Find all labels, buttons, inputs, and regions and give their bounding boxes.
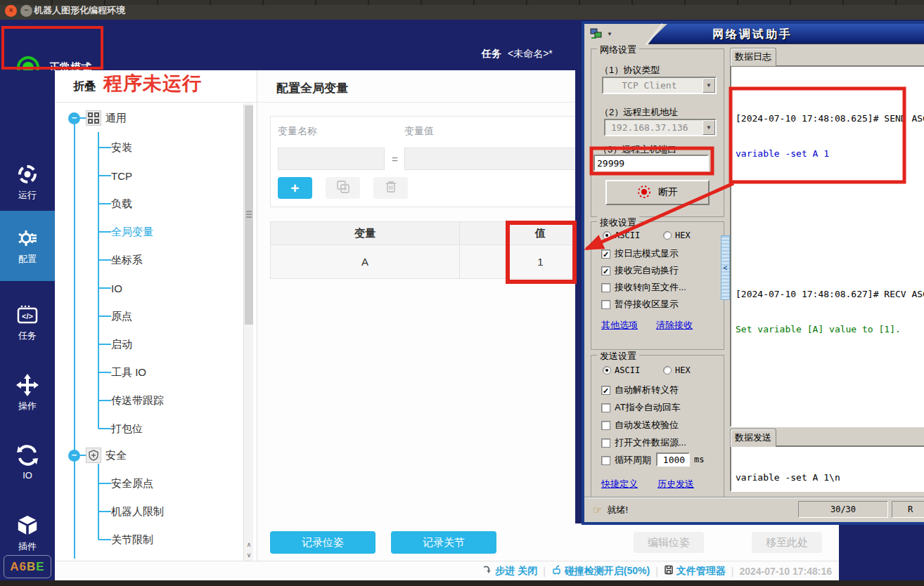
ready-status: ☞ 就绪! — [593, 504, 628, 516]
send-ascii-radio[interactable]: ASCII — [603, 365, 640, 375]
log-line — [736, 252, 924, 266]
tab-data-send[interactable]: 数据发送 — [730, 429, 776, 447]
task-info: 任务<未命名>* — [482, 48, 553, 60]
chevron-down-icon[interactable]: ▼ — [607, 31, 612, 37]
checkbox-checked-icon: ✓ — [601, 266, 610, 275]
file-manager-label: 文件管理器 — [676, 565, 726, 578]
send-option-escape[interactable]: ✓自动解析转义符 — [601, 384, 679, 396]
recv-option-auto-newline[interactable]: ✓接收完自动换行 — [601, 264, 679, 277]
variable-name-input[interactable] — [278, 148, 385, 170]
tree-collapse-toggle[interactable]: − — [68, 450, 80, 462]
sidebar-item-task[interactable]: </> 任务 — [0, 299, 55, 358]
tab-data-log[interactable]: 数据日志 — [730, 48, 776, 66]
step-mode-toggle[interactable]: 步进 关闭 — [482, 565, 537, 578]
trash-icon — [384, 180, 398, 196]
data-send-area[interactable]: variable -set A 1\n — [730, 445, 924, 492]
clear-receive-link[interactable]: 清除接收 — [656, 319, 693, 332]
tree-scrollbar-thumb[interactable] — [245, 105, 253, 325]
checkbox-icon — [601, 421, 610, 430]
tree-item-tcp[interactable]: TCP — [111, 170, 132, 182]
tree-group-general[interactable]: 通用 — [105, 112, 127, 125]
checkbox-label: AT指令自动回车 — [615, 401, 681, 414]
sidebar-item-io[interactable]: IO — [0, 439, 55, 498]
recv-option-log-mode[interactable]: ✓按日志模式显示 — [601, 247, 679, 260]
port-input[interactable] — [593, 155, 709, 171]
checkbox-icon — [601, 438, 610, 448]
app-statusbar: 步进 关闭 | 碰撞检测开启(50%) | 文件管理器 | 2024-07-1 — [55, 561, 839, 580]
separator: | — [655, 566, 658, 577]
scroll-down-icon[interactable]: ∨ — [244, 552, 254, 559]
collapse-button[interactable]: 折叠 — [73, 79, 96, 94]
tree-line — [98, 315, 111, 317]
tree-item-global-variables[interactable]: 全局变量 — [111, 226, 153, 239]
close-icon[interactable]: × — [5, 5, 17, 17]
disconnect-button[interactable]: 断开 — [605, 180, 710, 205]
tree-item-payload[interactable]: 负载 — [111, 197, 132, 211]
tree-collapse-toggle[interactable]: − — [68, 112, 80, 124]
history-send-link[interactable]: 历史发送 — [657, 478, 694, 490]
more-options-link[interactable]: 其他选项 — [601, 319, 638, 332]
move-here-button[interactable]: 移至此处 — [752, 532, 822, 553]
pointing-hand-icon: ☞ — [593, 504, 602, 516]
config-tree-panel: 折叠 − 通用 安装 TCP 负载 全局变量 坐标系 IO 原点 — [55, 70, 257, 561]
minimize-icon[interactable]: − — [20, 5, 32, 17]
copy-variable-button[interactable] — [326, 177, 360, 199]
data-log-area[interactable]: [2024-07-10 17:48:08.625]# SEND ASCII> v… — [730, 65, 924, 427]
send-option-checksum[interactable]: 自动发送校验位 — [601, 419, 679, 431]
recv-option-pause-display[interactable]: 暂停接收区显示 — [601, 298, 679, 311]
tree-scrollbar[interactable]: ∧ ∨ — [243, 103, 253, 561]
add-variable-button[interactable]: + — [278, 177, 312, 199]
host-select[interactable]: 192.168.37.136 ▼ — [604, 119, 717, 136]
send-option-cycle[interactable]: 循环周期 — [601, 454, 651, 467]
tree-item-coordinate-system[interactable]: 坐标系 — [111, 254, 143, 267]
group-title: 网络设置 — [597, 44, 639, 56]
send-option-file-source[interactable]: 打开文件数据源... — [601, 436, 686, 449]
recv-ascii-radio[interactable]: ASCII — [603, 230, 640, 240]
general-group-icon — [86, 110, 101, 126]
collision-detect-label: 碰撞检测开启(50%) — [565, 565, 650, 578]
code-window-icon: </> — [15, 303, 39, 327]
tree-item-install[interactable]: 安装 — [111, 141, 132, 155]
scroll-up-icon[interactable]: ∧ — [244, 541, 254, 548]
chevron-down-icon[interactable]: ▼ — [702, 120, 715, 135]
tree-item-robot-limits[interactable]: 机器人限制 — [111, 505, 164, 519]
send-hex-radio[interactable]: HEX — [663, 365, 691, 375]
chevron-down-icon[interactable]: ▼ — [702, 78, 715, 93]
recv-hex-radio[interactable]: HEX — [663, 230, 691, 240]
tree-item-joint-limits[interactable]: 关节限制 — [111, 533, 153, 547]
protocol-select[interactable]: TCP Client ▼ — [602, 77, 717, 94]
tree-item-conveyor-tracking[interactable]: 传送带跟踪 — [111, 394, 164, 408]
edit-pose-button[interactable]: 编辑位姿 — [634, 532, 704, 553]
badge-char: B — [27, 560, 36, 573]
cycle-period-input[interactable] — [656, 452, 690, 467]
recv-option-to-file[interactable]: 接收转向至文件... — [601, 281, 686, 294]
tree-line — [98, 464, 99, 540]
checkbox-icon — [601, 403, 610, 412]
badge-char: E — [36, 560, 44, 573]
collision-detect-toggle[interactable]: 碰撞检测开启(50%) — [551, 565, 650, 578]
tree-item-startup[interactable]: 启动 — [111, 338, 132, 351]
tree-item-io[interactable]: IO — [111, 282, 122, 294]
sidebar-item-config[interactable]: 配置 — [0, 211, 55, 281]
run-icon — [15, 162, 39, 186]
column-header-variable: 变量 — [271, 222, 460, 245]
separator: | — [731, 566, 734, 577]
table-row[interactable]: A 1 — [271, 245, 621, 278]
send-option-at-return[interactable]: AT指令自动回车 — [601, 401, 681, 414]
record-joint-button[interactable]: 记录关节 — [391, 531, 496, 554]
variables-table: 变量 值 A 1 — [270, 221, 622, 279]
sidebar-item-run[interactable]: 运行 — [0, 158, 55, 217]
record-pose-button[interactable]: 记录位姿 — [270, 531, 376, 554]
tree-item-pack-position[interactable]: 打包位 — [111, 422, 143, 436]
tree-group-safety[interactable]: 安全 — [105, 449, 127, 462]
file-manager-button[interactable]: 文件管理器 — [664, 565, 726, 578]
panel-collapse-handle[interactable]: < — [721, 235, 730, 300]
quick-define-link[interactable]: 快捷定义 — [601, 478, 638, 490]
netassist-titlebar[interactable]: ▼ 网络调试助手 — [584, 24, 924, 44]
delete-variable-button[interactable] — [373, 177, 408, 199]
tree-item-safety-home[interactable]: 安全原点 — [111, 477, 153, 490]
sidebar-item-operate[interactable]: 操作 — [0, 369, 55, 428]
desktop-edge — [0, 580, 924, 586]
tree-item-tool-io[interactable]: 工具 IO — [111, 366, 146, 379]
tree-item-home[interactable]: 原点 — [111, 310, 132, 323]
